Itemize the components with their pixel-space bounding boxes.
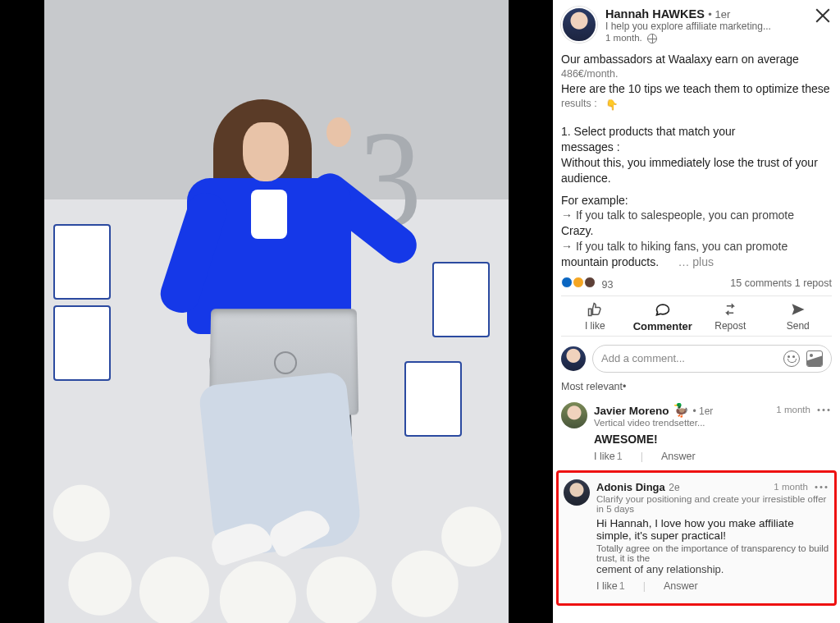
reposts-count[interactable]: 1 repost (795, 277, 832, 289)
comment-age: 1 month (774, 482, 808, 492)
post-line: Here are the 10 tips we teach them to op… (561, 81, 832, 97)
post-line: 486€/month. (561, 67, 832, 81)
post-line: → If you talk to hiking fans, you can pr… (561, 239, 832, 254)
support-reaction-icon (584, 277, 596, 288)
commenter-tagline: Vertical video trendsetter... (594, 418, 832, 428)
author-name[interactable]: Hannah HAWKES (605, 7, 705, 21)
post-line: Crazy. (561, 223, 832, 239)
image-icon[interactable] (806, 350, 823, 367)
comment-button[interactable]: Commenter (629, 300, 697, 334)
comment-item: Adonis Dinga 2e 1 month ••• Clarify your… (564, 479, 829, 598)
globe-icon (647, 34, 657, 44)
comment-menu-icon[interactable]: ••• (817, 405, 832, 415)
post-detail-panel: Hannah HAWKES • 1er I help you explore a… (553, 0, 840, 623)
comment-placeholder: Add a comment... (601, 352, 777, 364)
post-line: results : 👇 (561, 97, 832, 111)
post-line: For example: (561, 193, 832, 208)
commenter-name[interactable]: Javier Moreno (594, 405, 669, 417)
comment-like-button[interactable]: I like1 (594, 451, 623, 462)
comment-like-button[interactable]: I like1 (596, 580, 625, 592)
reactions-count[interactable]: 93 (561, 277, 613, 291)
post-line: → If you talk to salespeople, you can pr… (561, 208, 832, 223)
comment-item: Javier Moreno 🦆 • 1er 1 month ••• Vertic… (561, 397, 832, 469)
pointing-down-icon: 👇 (605, 98, 619, 112)
comment-input[interactable]: Add a comment... (592, 345, 832, 373)
post-line: messages : (561, 140, 832, 155)
highlighted-comment: Adonis Dinga 2e 1 month ••• Clarify your… (556, 470, 837, 606)
repost-icon (721, 301, 739, 318)
send-button[interactable]: Send (765, 300, 833, 334)
comment-icon (653, 301, 673, 318)
post-header: Hannah HAWKES • 1er I help you explore a… (561, 7, 832, 44)
send-icon (789, 301, 807, 318)
commenter-tagline: Clarify your positioning and create your… (596, 494, 829, 514)
close-icon[interactable] (812, 5, 833, 26)
thumbs-up-icon (586, 301, 604, 318)
like-reaction-icon (561, 277, 573, 288)
post-line: Without this, you immediately lose the t… (561, 155, 832, 186)
comment-sort[interactable]: Most relevant• (561, 381, 832, 392)
comment-menu-icon[interactable]: ••• (815, 482, 829, 492)
repost-button[interactable]: Repost (696, 300, 765, 334)
post-line: 1. Select products that match your (561, 124, 832, 140)
post-body: Our ambassadors at Waalaxy earn on avera… (561, 52, 832, 270)
like-button[interactable]: I like (561, 300, 629, 334)
comment-text: Totally agree on the importance of trans… (596, 543, 829, 563)
comment-age: 1 month (776, 405, 810, 415)
comments-count[interactable]: 15 comments (730, 277, 792, 289)
post-line: Our ambassadors at Waalaxy earn on avera… (561, 52, 832, 67)
see-more-link[interactable]: … plus (678, 255, 714, 268)
comment-composer: Add a comment... (561, 345, 832, 373)
author-degree: 1er (714, 8, 730, 21)
comment-text: cement of any relationship. (596, 563, 829, 575)
media-pane: 3 (0, 0, 553, 623)
author-avatar[interactable] (561, 7, 597, 43)
comment-text: Hi Hannah, I love how you make affiliate… (596, 517, 829, 542)
commenter-avatar[interactable] (561, 402, 587, 428)
post-stats: 93 15 comments 1 repost (561, 277, 832, 291)
post-photo: 3 (44, 0, 509, 623)
commenter-badge-icon: 🦆 (673, 403, 689, 417)
post-age: 1 month. (605, 33, 642, 44)
emoji-icon[interactable] (783, 350, 800, 367)
commenter-name[interactable]: Adonis Dinga (596, 481, 665, 493)
commenter-avatar[interactable] (564, 479, 590, 506)
comment-answer-button[interactable]: Answer (661, 451, 696, 462)
celebrate-reaction-icon (573, 277, 584, 288)
comment-text: AWESOME! (594, 433, 832, 446)
post-actions: I like Commenter Repost Send (561, 295, 832, 337)
self-avatar[interactable] (561, 346, 586, 371)
author-tagline: I help you explore affiliate marketing..… (605, 21, 771, 33)
post-line: mountain products. … plus (561, 254, 832, 270)
comment-answer-button[interactable]: Answer (664, 580, 698, 592)
